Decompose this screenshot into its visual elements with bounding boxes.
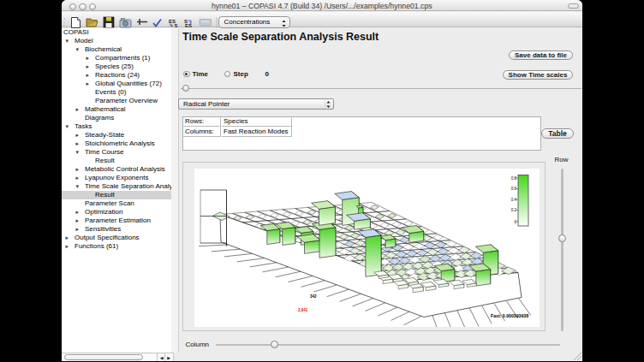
svg-text:342: 342 <box>310 294 317 298</box>
svg-text:Fast: 0.000393938: Fast: 0.000393938 <box>491 313 528 318</box>
svg-text:2.041: 2.041 <box>298 308 308 312</box>
svg-text:0.4: 0.4 <box>511 197 517 201</box>
svg-text:0.2: 0.2 <box>511 208 517 212</box>
svg-text:0.6: 0.6 <box>511 187 517 191</box>
svg-text:0.8: 0.8 <box>511 175 517 180</box>
